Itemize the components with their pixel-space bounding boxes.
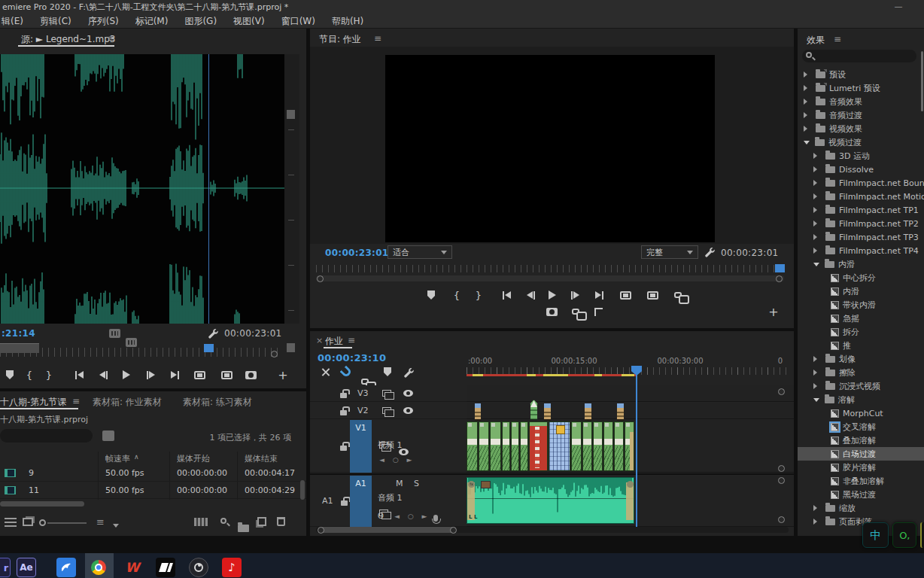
effect-folder[interactable]: 沉浸式视频 [798,379,924,393]
program-go-to-out-button[interactable] [590,287,609,303]
effect-item[interactable]: MorphCut [798,406,924,420]
new-bin-button[interactable] [238,525,249,532]
keyframe-type-button[interactable]: O [378,512,384,520]
sort-options-button[interactable]: ≡ [96,516,105,528]
tab-bin-practice[interactable]: 素材箱: 练习素材 [183,396,252,409]
chevron-right-icon[interactable] [813,234,820,240]
source-waveform-display[interactable] [0,54,284,324]
effect-item[interactable]: 推 [798,339,924,352]
taskbar-obs-icon[interactable] [189,558,208,577]
menu-item[interactable]: 辑(E) [0,14,32,28]
effect-item[interactable]: 胶片溶解 [798,461,924,474]
project-item-row[interactable]: 1150.00 fps00:00:00:0000:00:04:29 [0,482,306,499]
taskbar-after-effects-icon[interactable]: Ae [17,558,36,577]
effects-panel-menu-icon[interactable]: ≡ [834,34,841,44]
program-step-forward-button[interactable] [566,287,584,303]
effect-folder[interactable]: Lumetri 预设 [798,81,924,95]
program-mark-out-button[interactable]: } [470,287,487,303]
button-editor-add[interactable]: + [275,367,290,382]
effect-folder[interactable]: FilmImpact.net Bounce Pa [798,176,924,190]
timeline-vscroll-handle[interactable] [778,516,785,523]
step-back-button[interactable] [95,367,113,382]
safe-margins-button[interactable] [590,304,606,319]
menu-item[interactable]: 视图(V) [225,14,273,28]
tab-source[interactable]: 源: ► Legend~1.mp3 [21,33,115,46]
track-output-eye-icon[interactable] [403,390,413,397]
project-vscrollbar[interactable] [300,480,305,500]
mute-button[interactable]: M [396,479,403,488]
ime-chinese-button[interactable]: 中 [862,522,889,548]
chevron-right-icon[interactable] [813,153,820,159]
list-view-button[interactable] [5,518,17,527]
taskbar-premiere-icon[interactable]: r [0,558,11,577]
a1-source-patch[interactable]: A1 [322,496,333,506]
ime-mode-button[interactable]: O, [892,522,916,548]
lift-button[interactable] [615,287,635,303]
go-to-out-button[interactable] [166,367,185,382]
timeline-vscroll-handle[interactable] [778,477,785,484]
program-playhead-grip[interactable] [775,264,785,272]
program-mark-in-button[interactable]: { [448,287,465,303]
effect-folder[interactable]: 视频效果 [798,122,924,135]
volume-rubber-band[interactable] [467,498,634,499]
chevron-down-icon[interactable] [813,398,819,405]
zoom-handle-bottom[interactable] [287,343,295,352]
automate-to-sequence-button[interactable] [194,518,208,526]
menu-item[interactable]: 帮助(H) [324,14,372,28]
project-search-input[interactable] [0,429,93,443]
chevron-down-icon[interactable] [804,141,810,148]
linked-selection-icon[interactable] [361,379,369,385]
effect-item[interactable]: 非叠加溶解 [798,474,924,488]
chevron-right-icon[interactable] [804,99,810,105]
source-playhead-grip[interactable] [204,344,214,352]
lock-icon[interactable] [341,500,348,506]
audio-clip[interactable]: fx L L [467,477,634,524]
mark-out-button[interactable]: } [41,367,57,382]
effect-folder[interactable]: 擦除 [798,366,924,379]
project-hscrollbar[interactable] [0,501,84,507]
taskbar-netease-music-icon[interactable]: ♪ [222,558,242,577]
column-media-start[interactable]: 媒体开始 [177,453,210,464]
project-panel-menu-icon[interactable]: ≡ [72,396,80,406]
project-item-row[interactable]: 950.00 fps00:00:00:0000:00:04:17 [0,465,306,482]
timeline-playhead-line[interactable] [636,373,637,527]
effect-folder[interactable]: 缩放 [798,501,924,515]
effect-folder[interactable]: FilmImpact.net TP4 [798,244,924,257]
program-button-editor-add[interactable]: + [766,304,781,319]
mark-in-button[interactable]: { [21,367,38,382]
track-a1-name[interactable]: 音频 1 [378,492,403,503]
program-scrollbar-left-handle[interactable] [317,275,324,282]
program-position-timecode[interactable]: 00:00:23:01 [325,248,389,258]
effect-folder[interactable]: FilmImpact.net TP3 [798,230,924,244]
effect-folder[interactable]: 溶解 [798,393,924,406]
track-v3-label[interactable]: V3 [357,388,369,398]
tab-project[interactable]: 十八期-第九节课 [0,396,66,409]
timeline-zoom-right-handle[interactable] [450,527,457,534]
keyframe-nav-arrows[interactable]: ◄ ○ ► [394,513,430,520]
effect-folder[interactable]: 预设 [798,68,924,81]
effect-folder[interactable]: 音频过渡 [798,108,924,122]
source-vertical-zoom-bar[interactable] [284,54,299,324]
effect-folder[interactable]: 划像 [798,352,924,366]
source-zoom-range-bar[interactable] [0,343,39,353]
program-export-frame-button[interactable] [542,304,561,319]
chevron-right-icon[interactable] [813,207,820,213]
effect-folder[interactable]: Dissolve [798,163,924,176]
menu-item[interactable]: 图形(G) [176,14,225,28]
track-lane-v1[interactable] [467,420,794,473]
effect-item[interactable]: 交叉溶解 [798,420,924,434]
track-a1-badge[interactable]: A1 [350,476,372,527]
timeline-zoom-left-handle[interactable] [318,527,324,534]
settings-wrench-icon[interactable] [208,327,218,342]
column-media-end[interactable]: 媒体结束 [245,453,278,464]
track-v2-label[interactable]: V2 [357,406,369,415]
lock-icon[interactable] [340,446,347,451]
go-to-in-button[interactable] [69,367,89,382]
overwrite-button[interactable] [217,367,236,382]
sync-lock-icon[interactable] [382,390,391,397]
effect-folder[interactable]: FilmImpact.net TP1 [798,203,924,217]
lock-icon[interactable] [340,393,347,398]
tab-program[interactable]: 节目: 作业 [319,33,361,46]
effect-folder[interactable]: 3D 运动 [798,149,924,163]
multi-camera-view-button[interactable] [668,287,688,303]
